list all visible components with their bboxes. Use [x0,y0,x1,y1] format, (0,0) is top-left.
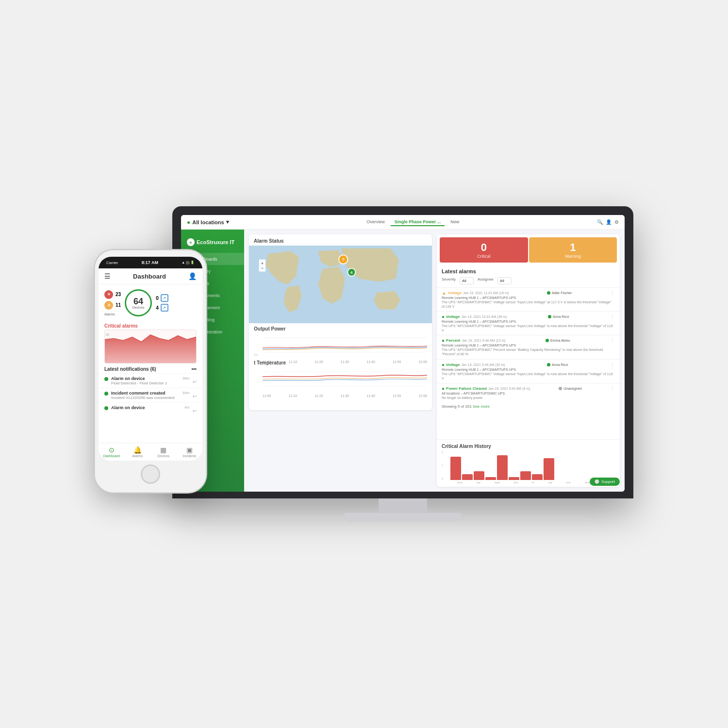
phone-user-icon[interactable]: 👤 [188,272,197,280]
phone-notif-content-3: Alarm on device [111,405,182,410]
phone-notif-sub-1: Fluid Detected - Fluid Detector 1 [111,381,179,385]
phone-nav-devices[interactable]: ▦ Devices [150,445,177,459]
alarm-2-assignee: Anna Ricci [548,315,569,318]
phone-menu-icon[interactable]: ☰ [104,272,111,280]
warning-count: 1 [570,241,576,254]
alarm-item-1: ▲ Voltage Jan 19, 2021 11:01 AM (16 m) A… [437,287,620,311]
phone-status-icons: ▲ ))) 🔋 [182,261,195,265]
alarm-1-severity-icon: ▲ [442,290,447,296]
svg-text:15: 15 [106,344,110,347]
settings-icon[interactable]: ⚙ [614,219,619,225]
alarm-4-desc: The UPS "APCSMARTUPSNMC" Voltage sensor … [442,372,615,381]
output-power-chart-inner: 11:00 11:10 11:20 11:30 11:40 11:50 12:0… [263,333,427,357]
phone-devices-count: 64 [133,297,143,306]
phone-notif-icon-2: ↩ [193,394,197,399]
critical-alarm-history-header: Critical Alarm History [442,442,615,451]
alarm-item-1-header: ▲ Voltage Jan 19, 2021 11:01 AM (16 m) A… [442,290,615,296]
phone-warning-badge: ⚠ [104,301,113,310]
alarm-1-assignee-dot [547,291,550,295]
sidebar-logo-icon: e [187,238,195,246]
phone-notifications-more[interactable]: ••• [191,366,197,372]
phone-nav-incidents-label: Incidents [182,454,196,458]
showing-text: Showing 5 of 201 See more [437,402,620,411]
monitor-tab-bar: Overview Single Phase Power ... New [363,218,463,226]
latest-alarms: Latest alarms Severity All Assignee [437,265,620,439]
alarm-1-type: Voltage [448,291,462,295]
alarm-item-4-header: ● Voltage Jan 19, 2021 9:46 AM (30 m) An… [442,362,615,367]
alarm-5-type: Power Failure Cleared [446,386,487,391]
alarm-2-more-icon[interactable]: ⋮ [610,314,615,319]
phone-nav-dashboard[interactable]: ⊙ Dashboard [99,445,125,459]
phone-notif-content-1: Alarm on device Fluid Detected - Fluid D… [111,376,179,385]
critical-alarm-history-chart: 2 1 0 [442,451,615,480]
temperature-y-labels [254,367,262,391]
alarm-4-severity-icon: ● [442,362,445,367]
dashboard-grid: Alarm Status [244,230,625,492]
history-bar-9 [544,458,554,480]
phone-incident-icon-bot: ↗ [161,304,168,312]
alarm-4-type: Voltage [446,363,460,367]
location-chevron-icon: ▾ [226,219,229,225]
alarm-5-assignee-dot [559,387,562,390]
tab-single-phase[interactable]: Single Phase Power ... [391,218,445,226]
alarm-1-desc: The UPS "APCSMARTUPSNMC" Voltage sensor … [442,300,615,309]
phone-warning-stat: ⚠ 11 [104,301,121,310]
main-content: Alarm Status [244,230,625,492]
phone-carrier-label: Carrier [106,261,118,265]
y-label-top: 1% [254,353,262,356]
alarm-4-assignee-dot [547,363,550,366]
user-icon[interactable]: 👤 [606,219,612,225]
history-bar-5 [497,455,508,480]
phone-nav-alarms[interactable]: 🔔 Alarms [125,445,151,459]
alarm-5-more-icon[interactable]: ⋮ [610,386,615,391]
svg-text:?: ? [342,257,345,262]
app-layout: e EcoStruxure IT ⊞ Dashboards ≡ Inventor… [181,230,625,492]
phone-notif-dot-3 [104,406,108,410]
phone-nav-alarms-label: Alarms [132,454,143,458]
phone-bottom-nav: ⊙ Dashboard 🔔 Alarms ▦ Devices ▣ Inciden… [99,443,202,461]
alarm-1-more-icon[interactable]: ⋮ [610,290,615,296]
alarm-3-more-icon[interactable]: ⋮ [610,338,615,343]
phone-critical-badge: ✕ [104,290,113,299]
assignee-select[interactable]: All [497,277,512,284]
alarm-3-type: Percent [446,338,460,343]
alarm-2-assignee-dot [548,315,551,318]
phone-critical-alarms-title: Critical alarms [99,321,202,330]
temperature-svg [263,367,427,391]
alarm-1-assignee: Adler Fischer [547,291,572,295]
history-bar-2 [462,474,473,480]
alarm-1-device: Remote Learning HUB 1 – APCSMARTUPS UPS [442,296,615,299]
monitor-bezel: ● All locations ▾ Overview Single Phase … [172,206,633,498]
phone-nav-incidents[interactable]: ▣ Incidents [177,445,203,459]
phone-notifications-header: Latest notifications (6) ••• [99,364,202,373]
alarm-3-assignee-dot [546,339,549,342]
phone-home-button[interactable] [141,464,160,484]
temperature-chart-inner: 11:00 11:10 11:20 11:30 11:40 11:50 12:0… [263,367,427,391]
support-button[interactable]: ⚪ Support [590,478,620,486]
sidebar-logo-text: EcoStruxure IT [197,239,234,245]
phone-critical-stat: ✕ 23 [104,290,121,299]
location-selector[interactable]: ● All locations ▾ [187,219,229,226]
tab-new[interactable]: New [447,218,463,226]
search-icon[interactable]: 🔍 [597,219,603,225]
alarm-2-date: Jan 19, 2021 10:31 AM (46 m) [461,315,507,318]
see-more-link[interactable]: See more [473,404,490,409]
alarm-3-desc: The UPS "APCSMARTUPSNMC" Percent sensor … [442,347,615,356]
location-label: All locations [192,219,224,225]
history-y-labels: 2 1 0 [442,451,443,480]
alarm-item-5-header: ● Power Failure Cleared Jan 19, 2021 9:4… [442,386,615,391]
alarm-2-device: Remote Learning HUB 1 – APCSMARTUPS UPS [442,320,615,323]
phone-notif-sub-2: Incident #11220356 was commented [111,396,179,400]
phone-incident-count-bot: 4 [156,305,159,311]
phone-nav-dashboard-label: Dashboard [103,454,120,458]
phone-incident-count-top: 0 [156,296,159,301]
alarm-3-date: Jan 19, 2021 9:46 AM (15 m) [462,339,505,342]
alarm-item-2: ● Voltage Jan 19, 2021 10:31 AM (46 m) A… [437,311,620,335]
alarm-4-more-icon[interactable]: ⋮ [610,362,615,367]
warning-alarm-counter: 1 Warning [529,237,617,263]
alarm-2-desc: The UPS "APCSMARTUPSNMC" Voltage sensor … [442,324,615,332]
tab-overview[interactable]: Overview [363,218,389,226]
severity-select[interactable]: All [460,277,474,284]
phone-notch: Carrier 8:17 AM ▲ ))) 🔋 [99,257,202,268]
phone-body: Carrier 8:17 AM ▲ ))) 🔋 ☰ Dashboard 👤 ✕ [95,250,206,493]
